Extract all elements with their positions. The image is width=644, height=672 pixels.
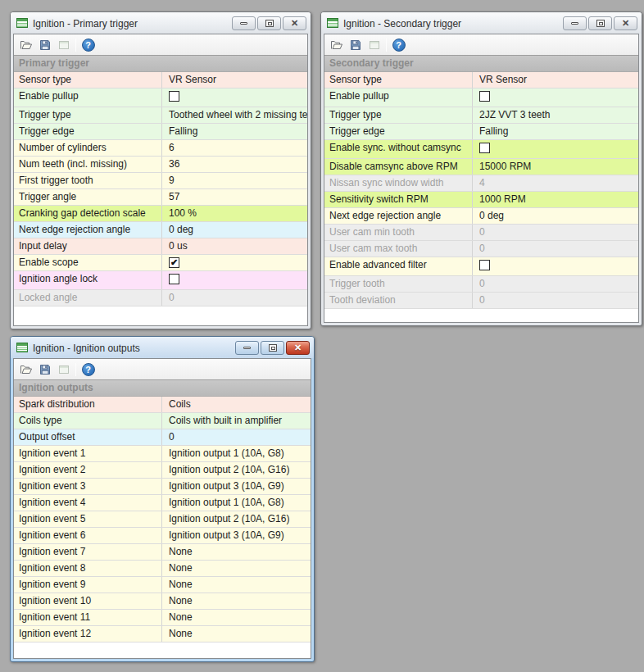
row-value-cell[interactable]: ✔ <box>162 255 307 270</box>
row-value[interactable]: 15000 RPM <box>473 159 638 175</box>
help-button[interactable]: ? <box>389 36 408 53</box>
row-value[interactable]: Ignition output 2 (10A, G16) <box>162 462 311 478</box>
row-value[interactable]: 1000 RPM <box>473 192 638 207</box>
row-value[interactable]: None <box>162 561 311 576</box>
row-value[interactable]: Coils with built in amplifier <box>162 413 311 429</box>
row-label: Enable sync. without camsync <box>324 140 473 158</box>
row-value-cell[interactable] <box>162 271 307 289</box>
checkbox-checked[interactable]: ✔ <box>169 257 179 268</box>
property-row: Nissan sync window width4 <box>324 175 638 192</box>
maximize-button[interactable] <box>257 16 281 30</box>
property-row: Number of cylinders6 <box>14 140 307 157</box>
section-header: Secondary trigger <box>324 56 638 72</box>
open-button[interactable] <box>16 36 35 53</box>
row-value[interactable]: 2JZ VVT 3 teeth <box>473 107 638 123</box>
toolbar: ? <box>14 359 311 379</box>
minimize-button[interactable] <box>232 16 256 30</box>
row-value[interactable]: None <box>162 626 311 642</box>
checkbox-unchecked[interactable] <box>169 91 179 102</box>
window-content: ?Primary triggerSensor typeVR SensorEnab… <box>13 34 308 326</box>
checkbox-unchecked[interactable] <box>169 274 179 284</box>
titlebar[interactable]: Ignition - Secondary trigger✕ <box>321 12 642 34</box>
close-button[interactable]: ✕ <box>283 16 306 30</box>
save-button[interactable] <box>35 361 54 378</box>
checkbox-unchecked[interactable] <box>479 91 490 102</box>
property-row: Sensor typeVR Sensor <box>14 72 307 89</box>
row-value[interactable]: 0 us <box>162 238 307 254</box>
close-button[interactable]: ✕ <box>614 16 637 30</box>
minimize-button[interactable] <box>563 16 587 30</box>
open-folder-icon <box>19 39 33 52</box>
property-row: Sensitivity switch RPM1000 RPM <box>324 192 638 208</box>
row-value[interactable]: 0 deg <box>473 208 638 224</box>
property-row: Enable pullup <box>14 89 307 107</box>
row-value[interactable]: Ignition output 2 (10A, G16) <box>162 511 311 527</box>
property-row: Enable advanced filter <box>324 257 638 276</box>
save-icon <box>349 39 362 52</box>
row-value[interactable]: Ignition output 3 (10A, G9) <box>162 528 311 543</box>
section-header: Ignition outputs <box>14 380 311 397</box>
open-button[interactable] <box>327 36 346 53</box>
row-label: Output offset <box>14 429 162 445</box>
property-row: Ignition event 3Ignition output 3 (10A, … <box>14 479 311 495</box>
row-value[interactable]: None <box>162 610 311 625</box>
row-value[interactable]: Ignition output 3 (10A, G9) <box>162 479 311 494</box>
row-value[interactable]: Ignition output 1 (10A, G8) <box>162 446 311 461</box>
row-value[interactable]: 100 % <box>162 206 307 221</box>
row-value[interactable]: 0 deg <box>162 222 307 238</box>
row-value[interactable]: Ignition output 1 (10A, G8) <box>162 495 311 511</box>
property-row: Trigger edgeFalling <box>14 124 307 140</box>
open-folder-icon <box>329 39 343 52</box>
row-value[interactable]: None <box>162 544 311 560</box>
row-value-cell[interactable] <box>473 89 638 107</box>
property-row: Input delay0 us <box>14 238 307 255</box>
row-label: Ignition event 4 <box>14 495 162 511</box>
row-value: 4 <box>473 175 638 191</box>
row-value[interactable]: None <box>162 577 311 593</box>
property-row: User cam min tooth0 <box>324 225 638 241</box>
row-value[interactable]: 57 <box>162 189 307 205</box>
window-content: ?Ignition outputsSpark distributionCoils… <box>13 358 311 659</box>
row-label: Next edge rejection angle <box>14 222 162 238</box>
row-value-cell[interactable] <box>473 140 638 158</box>
close-icon: ✕ <box>294 342 302 354</box>
row-value[interactable]: 36 <box>162 157 307 172</box>
property-row: Ignition event 1Ignition output 1 (10A, … <box>14 446 311 462</box>
checkbox-unchecked[interactable] <box>479 143 490 153</box>
row-label: Coils type <box>14 413 162 429</box>
close-button[interactable]: ✕ <box>286 341 310 355</box>
new-page-icon <box>57 39 70 52</box>
save-button[interactable] <box>346 36 365 53</box>
row-label: Next edge rejection angle <box>324 208 473 224</box>
toolbar-separator <box>75 39 76 52</box>
row-label: Ignition event 11 <box>14 610 162 625</box>
titlebar[interactable]: Ignition - Ignition outputs✕ <box>11 337 314 358</box>
row-value[interactable]: None <box>162 593 311 609</box>
save-button[interactable] <box>35 36 54 53</box>
row-value[interactable]: Falling <box>473 124 638 139</box>
save-icon <box>39 363 52 376</box>
row-value: 0 <box>473 241 638 257</box>
row-value[interactable]: 0 <box>162 429 311 445</box>
row-label: Trigger edge <box>324 124 473 139</box>
maximize-button[interactable] <box>261 341 284 355</box>
row-label: Ignition event 1 <box>14 446 162 461</box>
window-title: Ignition - Primary trigger <box>33 17 232 30</box>
open-button[interactable] <box>16 361 35 378</box>
row-value[interactable]: Coils <box>162 397 311 412</box>
titlebar[interactable]: Ignition - Primary trigger✕ <box>11 12 311 34</box>
help-button[interactable]: ? <box>79 361 98 378</box>
row-value-cell[interactable] <box>162 89 307 107</box>
row-value[interactable]: 6 <box>162 140 307 156</box>
property-row: Trigger tooth0 <box>324 276 638 293</box>
row-value[interactable]: Toothed wheel with 2 missing teeth <box>162 107 307 123</box>
row-value-cell[interactable] <box>473 257 638 275</box>
help-button[interactable]: ? <box>79 36 98 53</box>
checkbox-unchecked[interactable] <box>479 260 490 270</box>
maximize-button[interactable] <box>588 16 612 30</box>
row-value[interactable]: Falling <box>162 124 307 139</box>
row-value[interactable]: VR Sensor <box>162 72 307 88</box>
row-value[interactable]: 9 <box>162 173 307 188</box>
minimize-button[interactable] <box>235 341 259 355</box>
row-value[interactable]: VR Sensor <box>473 72 638 88</box>
